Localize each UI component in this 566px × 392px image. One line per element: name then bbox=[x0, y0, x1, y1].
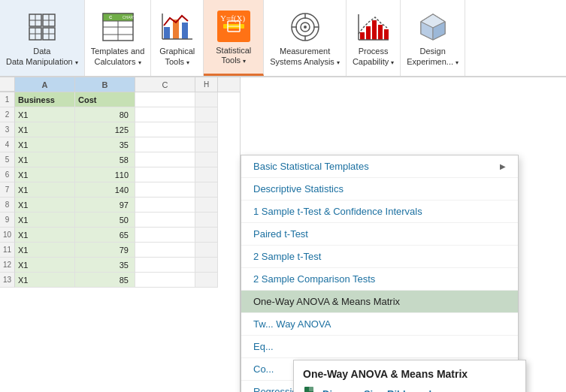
cell-c6[interactable] bbox=[135, 167, 195, 182]
menu-item-1-sample-t-test[interactable]: 1 Sample t-Test & Confidence Intervals bbox=[241, 201, 518, 223]
ribbon-group-templates[interactable]: C CHARTER Templates andCalculators ▾ bbox=[85, 0, 152, 76]
svg-rect-40 bbox=[378, 25, 383, 40]
cell-a2[interactable]: X1 bbox=[15, 107, 75, 122]
data-manipulation-label: DataData Manipulation ▾ bbox=[6, 47, 78, 66]
cell-h11 bbox=[195, 243, 218, 258]
svg-rect-41 bbox=[384, 29, 389, 40]
table-icon: C CHARTER bbox=[101, 11, 135, 44]
ribbon-group-measurement[interactable]: MeasurementSystems Analysis ▾ bbox=[264, 0, 347, 76]
tooltip-popup: One-Way ANOVA & Means Matrix XL ⚙ Discov… bbox=[293, 360, 526, 392]
menu-item-2-sample-t-test[interactable]: 2 Sample t-Test bbox=[241, 246, 518, 268]
table-row: 8 X1 97 bbox=[0, 198, 240, 213]
menu-item-label: Co... bbox=[253, 363, 274, 375]
cell-h2 bbox=[195, 107, 218, 122]
cell-b13[interactable]: 85 bbox=[75, 273, 135, 288]
cell-h8 bbox=[195, 198, 218, 213]
statistical-tools-dropdown: Basic Statistical Templates ▶ Descriptiv… bbox=[241, 155, 519, 392]
menu-item-basic-statistical-templates[interactable]: Basic Statistical Templates ▶ bbox=[241, 155, 518, 178]
ribbon-group-process[interactable]: ProcessCapability ▾ bbox=[347, 0, 401, 76]
cell-b12[interactable]: 35 bbox=[75, 258, 135, 273]
measurement-label: MeasurementSystems Analysis ▾ bbox=[270, 47, 340, 66]
svg-rect-38 bbox=[366, 26, 371, 40]
menu-item-two-way-anova[interactable]: Tw... Way ANOVA bbox=[241, 313, 518, 336]
cell-a8[interactable]: X1 bbox=[15, 198, 75, 213]
cell-a11[interactable]: X1 bbox=[15, 243, 75, 258]
cell-b10[interactable]: 65 bbox=[75, 228, 135, 243]
grid-icon bbox=[26, 11, 59, 44]
tooltip-file-name: DiscoverSim_Ribbon.xlam bbox=[322, 388, 446, 393]
cell-b9[interactable]: 50 bbox=[75, 213, 135, 228]
menu-item-descriptive-statistics[interactable]: Descriptive Statistics bbox=[241, 178, 518, 201]
cell-h7 bbox=[195, 182, 218, 198]
menu-item-label: Tw... Way ANOVA bbox=[253, 318, 331, 330]
ribbon-group-data-manipulation[interactable]: DataData Manipulation ▾ bbox=[0, 0, 85, 76]
cell-c8[interactable] bbox=[135, 198, 195, 213]
cell-c5[interactable] bbox=[135, 152, 195, 167]
target-icon bbox=[289, 11, 322, 44]
cell-c7[interactable] bbox=[135, 182, 195, 198]
cell-h10 bbox=[195, 228, 218, 243]
cell-b4[interactable]: 35 bbox=[75, 137, 135, 152]
cell-b3[interactable]: 125 bbox=[75, 122, 135, 137]
cell-b8[interactable]: 97 bbox=[75, 198, 135, 213]
cell-h6 bbox=[195, 167, 218, 182]
tooltip-file-row: XL ⚙ DiscoverSim_Ribbon.xlam bbox=[303, 386, 516, 392]
cell-c11[interactable] bbox=[135, 243, 195, 258]
ribbon-group-design[interactable]: DesignExperimen... ▾ bbox=[401, 0, 465, 76]
cell-a5[interactable]: X1 bbox=[15, 152, 75, 167]
statistical-tools-label: StatisticalTools ▾ bbox=[216, 46, 251, 65]
ribbon-group-statistical[interactable]: Y=f(X) StatisticalTools ▾ bbox=[204, 0, 264, 76]
cell-b5[interactable]: 58 bbox=[75, 152, 135, 167]
menu-item-2-sample-comparison[interactable]: 2 Sample Comparison Tests bbox=[241, 268, 518, 291]
cell-c12[interactable] bbox=[135, 258, 195, 273]
tooltip-title: One-Way ANOVA & Means Matrix bbox=[303, 368, 516, 380]
bar-chart-up-icon bbox=[357, 11, 390, 44]
cell-c1[interactable] bbox=[135, 92, 195, 107]
table-header-row: 1 Business Cost bbox=[0, 92, 240, 107]
table-row: 6 X1 110 bbox=[0, 167, 240, 182]
cell-c9[interactable] bbox=[135, 213, 195, 228]
ribbon: DataData Manipulation ▾ C CHARTER Templa… bbox=[0, 0, 566, 77]
cell-h4 bbox=[195, 137, 218, 152]
cell-a12[interactable]: X1 bbox=[15, 258, 75, 273]
cell-a4[interactable]: X1 bbox=[15, 137, 75, 152]
cell-a7[interactable]: X1 bbox=[15, 182, 75, 198]
menu-item-paired-t-test[interactable]: Paired t-Test bbox=[241, 223, 518, 246]
cell-b7[interactable]: 140 bbox=[75, 182, 135, 198]
data-rows: 2 X1 80 3 X1 125 4 X1 35 5 X1 58 6 X1 11… bbox=[0, 107, 240, 288]
cell-c10[interactable] bbox=[135, 228, 195, 243]
menu-item-label: 2 Sample Comparison Tests bbox=[253, 273, 375, 285]
cell-c2[interactable] bbox=[135, 107, 195, 122]
cube-icon bbox=[416, 11, 449, 44]
cell-b11[interactable]: 79 bbox=[75, 243, 135, 258]
col-header-c[interactable]: C bbox=[135, 77, 195, 92]
menu-item-one-way-anova[interactable]: One-Way ANOVA & Means Matrix bbox=[241, 291, 518, 313]
cell-h1 bbox=[195, 92, 218, 107]
cell-a13[interactable]: X1 bbox=[15, 273, 75, 288]
col-header-b[interactable]: B bbox=[75, 77, 135, 92]
cell-c4[interactable] bbox=[135, 137, 195, 152]
ribbon-group-graphical[interactable]: GraphicalTools ▾ bbox=[151, 0, 204, 76]
cell-a9[interactable]: X1 bbox=[15, 213, 75, 228]
cell-a10[interactable]: X1 bbox=[15, 228, 75, 243]
cell-h13 bbox=[195, 273, 218, 288]
menu-item-label: Basic Statistical Templates bbox=[253, 161, 369, 172]
cell-c13[interactable] bbox=[135, 273, 195, 288]
svg-rect-37 bbox=[360, 32, 365, 40]
cell-h5 bbox=[195, 152, 218, 167]
xlam-file-icon: XL ⚙ bbox=[303, 386, 318, 392]
menu-item-eq[interactable]: Eq... bbox=[241, 336, 518, 358]
cell-b2[interactable]: 80 bbox=[75, 107, 135, 122]
col-header-a[interactable]: A bbox=[15, 77, 75, 92]
svg-point-32 bbox=[304, 26, 307, 29]
cell-b6[interactable]: 110 bbox=[75, 167, 135, 182]
column-headers: A B C H bbox=[0, 77, 240, 92]
menu-item-label: One-Way ANOVA & Means Matrix bbox=[253, 296, 400, 307]
cell-a6[interactable]: X1 bbox=[15, 167, 75, 182]
templates-label: Templates andCalculators ▾ bbox=[91, 47, 145, 66]
table-row: 11 X1 79 bbox=[0, 243, 240, 258]
cell-c3[interactable] bbox=[135, 122, 195, 137]
cell-a3[interactable]: X1 bbox=[15, 122, 75, 137]
table-row: 4 X1 35 bbox=[0, 137, 240, 152]
menu-item-label: 1 Sample t-Test & Confidence Intervals bbox=[253, 206, 422, 217]
